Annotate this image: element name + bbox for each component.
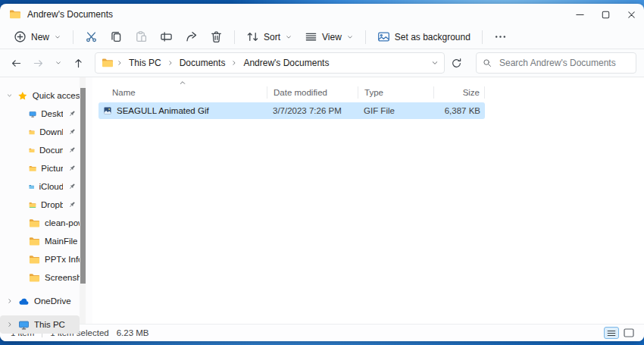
chevron-down-icon (346, 33, 354, 41)
window-title: Andrew's Documents (27, 9, 113, 20)
maximize-button[interactable] (592, 4, 618, 25)
sidebar-item-label: Screenshots (45, 273, 80, 282)
delete-button[interactable] (204, 27, 229, 47)
pin-icon (67, 109, 80, 118)
search-box[interactable] (476, 52, 636, 74)
column-header-date-modified[interactable]: Date modified (267, 86, 358, 99)
chevron-right-icon (6, 321, 14, 328)
view-toggles (604, 327, 636, 339)
breadcrumb-documents[interactable]: Documents (177, 55, 229, 71)
file-size: 6,387 KB (433, 106, 485, 115)
sidebar-item-onedrive[interactable]: OneDrive (0, 292, 80, 310)
pin-icon (67, 182, 80, 191)
sidebar-item-quick-access[interactable]: Quick access (0, 86, 80, 105)
copy-icon (110, 30, 123, 43)
plus-circle-icon (14, 30, 27, 43)
status-bar: 1 item 1 item selected 6.23 MB (0, 324, 644, 341)
sidebar-item-documents[interactable]: Documents (0, 141, 80, 159)
sort-arrows-icon (246, 30, 259, 43)
close-button[interactable] (618, 4, 644, 25)
gif-image-file-icon (103, 106, 112, 115)
cut-button[interactable] (79, 27, 104, 47)
forward-button[interactable] (28, 55, 48, 72)
sidebar-item-this-pc[interactable]: This PC (0, 315, 80, 334)
address-bar[interactable]: This PC Documents Andrew's Documents (95, 52, 445, 74)
title-bar[interactable]: Andrew's Documents (0, 4, 644, 25)
sidebar-item-downloads[interactable]: Downloads (0, 123, 80, 141)
maximize-icon (600, 9, 611, 20)
sidebar-item-mainfile[interactable]: MainFile (0, 232, 80, 250)
folder-icon (102, 57, 114, 69)
breadcrumb-andrews-documents[interactable]: Andrew's Documents (240, 55, 332, 71)
file-row-seagull-animated-gif[interactable]: SEAGULL Animated Gif 3/7/2023 7:26 PM GI… (98, 102, 485, 119)
up-button[interactable] (68, 55, 89, 72)
sidebar-item-pictures[interactable]: Pictures (0, 159, 80, 177)
arrow-up-icon (73, 58, 84, 69)
explorer-body: Quick access Desktop Downloads Documents… (0, 77, 644, 324)
folder-icon (29, 218, 40, 229)
chevron-down-icon (285, 33, 292, 41)
chevron-down-icon (54, 33, 61, 41)
details-view-button[interactable] (604, 327, 619, 339)
sort-button[interactable]: Sort (240, 27, 299, 46)
minimize-button[interactable] (567, 4, 592, 25)
selection-size: 6.23 MB (117, 328, 149, 337)
chevron-down-icon (6, 92, 13, 99)
sidebar-item-clean-powerpoi[interactable]: clean-powerpoi (0, 214, 80, 232)
minimize-icon (574, 9, 586, 20)
search-icon (483, 58, 492, 67)
column-header-name[interactable]: Name (98, 86, 267, 99)
paste-button[interactable] (129, 27, 154, 47)
set-as-background-button[interactable]: Set as background (371, 27, 477, 46)
toolbar-divider (234, 30, 235, 44)
copy-button[interactable] (104, 27, 129, 47)
desktop-icon (29, 108, 36, 120)
chevron-down-icon (430, 58, 439, 67)
new-button[interactable]: New (8, 27, 67, 46)
sidebar-item-dropbox[interactable]: Dropbox (0, 196, 80, 214)
new-button-label: New (31, 32, 49, 42)
see-more-button[interactable] (488, 27, 513, 47)
view-lines-icon (305, 30, 317, 43)
toolbar-divider (73, 30, 73, 44)
file-type: GIF File (358, 106, 433, 115)
navigation-bar: This PC Documents Andrew's Documents (0, 49, 644, 77)
search-input[interactable] (498, 57, 630, 69)
chevron-right-icon (116, 59, 123, 67)
window-controls (567, 4, 644, 25)
sidebar-scrollbar-thumb[interactable] (80, 88, 86, 284)
folder-icon (29, 272, 40, 284)
file-explorer-window: Andrew's Documents New Sort View (0, 4, 644, 341)
sidebar-item-pptx-infographi[interactable]: PPTx Infographi (0, 250, 80, 268)
column-header-size[interactable]: Size (433, 86, 485, 99)
ellipsis-icon (494, 30, 507, 43)
back-button[interactable] (6, 55, 27, 72)
refresh-button[interactable] (446, 55, 467, 72)
column-header-type[interactable]: Type (358, 86, 433, 99)
breadcrumb-this-pc[interactable]: This PC (126, 55, 164, 71)
picture-icon (377, 30, 390, 43)
column-headers: Name Date modified Type Size (98, 85, 644, 100)
sidebar-item-label: This PC (34, 320, 65, 329)
sidebar-item-icloud-drive[interactable]: iCloud Drive (0, 177, 80, 196)
command-bar: New Sort View Set as background (0, 25, 644, 49)
file-date-modified: 3/7/2023 7:26 PM (267, 106, 358, 115)
sidebar-item-label: Quick access (33, 91, 80, 100)
folder-icon (9, 8, 21, 20)
view-button[interactable]: View (299, 27, 360, 46)
large-icons-view-button[interactable] (621, 327, 636, 339)
chevron-right-icon (230, 59, 238, 67)
toolbar-divider (482, 30, 483, 44)
pin-icon (67, 200, 80, 209)
rename-button[interactable] (154, 27, 179, 47)
share-button[interactable] (179, 27, 204, 47)
onedrive-cloud-icon (18, 296, 30, 307)
sidebar-item-desktop[interactable]: Desktop (0, 105, 80, 123)
address-dropdown-button[interactable] (430, 58, 439, 67)
view-button-label: View (322, 32, 342, 42)
chevron-right-icon (167, 59, 174, 67)
sidebar-item-screenshots[interactable]: Screenshots (0, 268, 80, 287)
paste-icon (135, 30, 148, 43)
sort-button-label: Sort (264, 32, 280, 42)
recent-locations-button[interactable] (50, 56, 67, 70)
